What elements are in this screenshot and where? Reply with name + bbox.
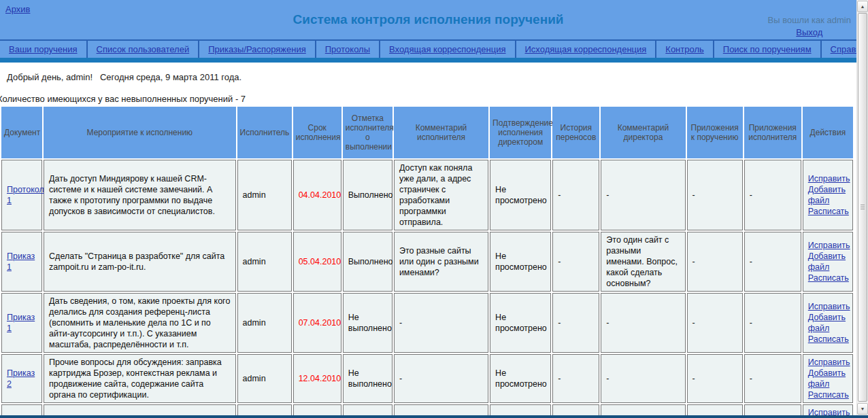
app-window: Архив Система контроля исполнения поруче… [0, 0, 868, 418]
deadline-cell: 07.04.2010 [293, 293, 341, 353]
greeting-text: Добрый день, admin! Сегодня среда, 9 мар… [7, 72, 856, 82]
assign-link[interactable]: Расписать [808, 207, 849, 216]
deadline-cell: 05.04.2010 [293, 232, 341, 292]
executor-attachments-cell: - [744, 232, 801, 292]
nav-link-incoming-mail[interactable]: Входящая корреспонденция [389, 44, 505, 54]
table-row: Протокол 1 Дать доступ Миндиярову к наше… [1, 160, 853, 230]
executor-attachments-cell: - [744, 354, 801, 403]
col-header-executor-attachments: Приложения исполнителя [744, 107, 801, 158]
status-cell: Не выполнено [343, 354, 393, 403]
col-header-actions: Действия [803, 107, 853, 158]
col-header-executor: Исполнитель [237, 107, 292, 158]
document-cell: Протокол 1 [1, 160, 42, 230]
scroll-down-icon[interactable]: ▼ [857, 403, 868, 415]
nav-link-orders-directives[interactable]: Приказы/Распоряжения [208, 44, 306, 54]
document-cell: Приказ 1 [1, 232, 42, 292]
top-header: Архив Система контроля исполнения поруче… [0, 0, 856, 39]
col-header-completion-mark: Отметка исполнителя о выполнении [343, 107, 393, 158]
executor-comment-cell: - [394, 354, 488, 403]
vertical-scrollbar[interactable]: ▲ ▼ [856, 0, 868, 418]
actions-cell: Исправить Добавить файл Расписать [803, 232, 853, 292]
nav-link-protocols[interactable]: Протоколы [325, 44, 370, 54]
document-link[interactable]: Приказ 2 [7, 368, 35, 389]
status-cell: Выполнено [343, 232, 393, 292]
document-link[interactable]: Протокол 1 [7, 185, 44, 205]
nav-link-your-orders[interactable]: Ваши поручения [9, 44, 78, 54]
status-cell: Выполнено [343, 160, 393, 230]
scrollbar-grip-icon [861, 205, 865, 209]
status-cell: Не выполнено [343, 293, 393, 353]
col-header-deadline: Срок исполнения [293, 107, 341, 158]
task-attachments-cell: - [687, 354, 743, 403]
task-attachments-cell: - [687, 160, 743, 230]
deadline-cell: 04.04.2010 [293, 160, 341, 230]
col-header-director-comment: Комментарий директора [601, 107, 685, 158]
task-attachments-cell: - [687, 232, 743, 292]
fix-link[interactable]: Исправить [808, 358, 850, 367]
scroll-up-icon[interactable]: ▲ [857, 1, 868, 12]
col-header-task-attachments: Приложения к поручению [687, 107, 743, 158]
transfer-history-cell: - [552, 232, 599, 292]
transfer-history-cell: - [552, 293, 599, 353]
nav-item-protocols: Протоколы [316, 41, 380, 58]
actions-cell: Исправить Добавить файл Расписать [803, 293, 853, 353]
nav-link-outgoing-mail[interactable]: Исходящая корреспонденция [525, 44, 647, 54]
executor-cell: admin [237, 293, 292, 353]
task-cell: Прочие вопросы для обсуждения: заправка … [44, 354, 235, 403]
nav-item-control: Контроль [656, 41, 714, 58]
table-row: Приказ 2 Прочие вопросы для обсуждения: … [1, 354, 853, 403]
executor-cell: admin [237, 232, 292, 292]
actions-cell: Исправить Добавить файл Расписать [803, 160, 853, 230]
nav-link-search-orders[interactable]: Поиск по поручениям [723, 44, 812, 54]
fix-link[interactable]: Исправить [808, 302, 850, 311]
add-file-link[interactable]: Добавить файл [808, 185, 846, 205]
deadline-cell: 12.04.2010 [293, 354, 341, 403]
task-cell: Сделать "Страница в разработке" для сайт… [44, 232, 235, 292]
header-divider-strip [0, 58, 856, 63]
bottom-edge-bar [0, 415, 868, 418]
main-nav: Ваши поручения Список пользователей Прик… [0, 39, 856, 58]
logged-in-as-text: Вы вошли как admin [768, 14, 851, 27]
logout-link[interactable]: Выход [796, 27, 822, 37]
nav-item-users-list: Список пользователей [88, 41, 200, 58]
executor-comment-cell: - [394, 293, 488, 353]
nav-item-outgoing-mail: Исходящая корреспонденция [516, 41, 657, 58]
assign-link[interactable]: Расписать [808, 390, 849, 400]
scrollbar-thumb[interactable] [858, 13, 867, 402]
executor-cell: admin [237, 160, 292, 230]
assign-link[interactable]: Расписать [808, 273, 849, 283]
executor-comment-cell: Это разные сайты или один с разными имен… [394, 232, 488, 292]
user-box: Вы вошли как admin Выход [768, 14, 851, 39]
table-header-row: Документ Мероприятие к исполнению Исполн… [1, 107, 853, 158]
document-cell: Приказ 1 [1, 293, 42, 353]
page-content: Архив Система контроля исполнения поруче… [0, 0, 856, 418]
table-row: Приказ 1 Сделать "Страница в разработке"… [1, 232, 853, 292]
pending-count-text: Количество имеющихся у вас невыполненных… [0, 94, 856, 104]
col-header-task: Мероприятие к исполнению [44, 107, 235, 158]
fix-link[interactable]: Исправить [808, 241, 850, 250]
document-link[interactable]: Приказ 1 [7, 251, 35, 272]
add-file-link[interactable]: Добавить файл [808, 251, 846, 272]
document-link[interactable]: Приказ 1 [7, 313, 35, 333]
task-cell: Дать доступ Миндиярову к нашей CRM-систе… [44, 160, 235, 230]
director-comment-cell: Это один сайт с разными именами. Вопрос,… [601, 232, 685, 292]
orders-table: Документ Мероприятие к исполнению Исполн… [0, 105, 854, 418]
executor-comment-cell: Доступ как поняла уже дали, а адрес стра… [394, 160, 488, 230]
director-confirmation-cell: Не просмотрено [490, 160, 551, 230]
col-header-director-confirmation: Подтверждение исполнения директором [490, 107, 551, 158]
assign-link[interactable]: Расписать [808, 334, 849, 344]
col-header-document: Документ [1, 107, 42, 158]
director-comment-cell: - [601, 160, 685, 230]
add-file-link[interactable]: Добавить файл [808, 368, 846, 389]
nav-item-incoming-mail: Входящая корреспонденция [380, 41, 516, 58]
fix-link[interactable]: Исправить [808, 174, 850, 184]
nav-link-control[interactable]: Контроль [665, 44, 703, 54]
page-title: Система контроля исполнения поручений [0, 12, 856, 27]
transfer-history-cell: - [552, 354, 599, 403]
nav-link-users-list[interactable]: Список пользователей [97, 44, 190, 54]
director-confirmation-cell: Не просмотрено [490, 293, 551, 353]
add-file-link[interactable]: Добавить файл [808, 313, 846, 333]
executor-attachments-cell: - [744, 293, 801, 353]
executor-attachments-cell: - [744, 160, 801, 230]
nav-item-search-orders: Поиск по поручениям [714, 41, 822, 58]
